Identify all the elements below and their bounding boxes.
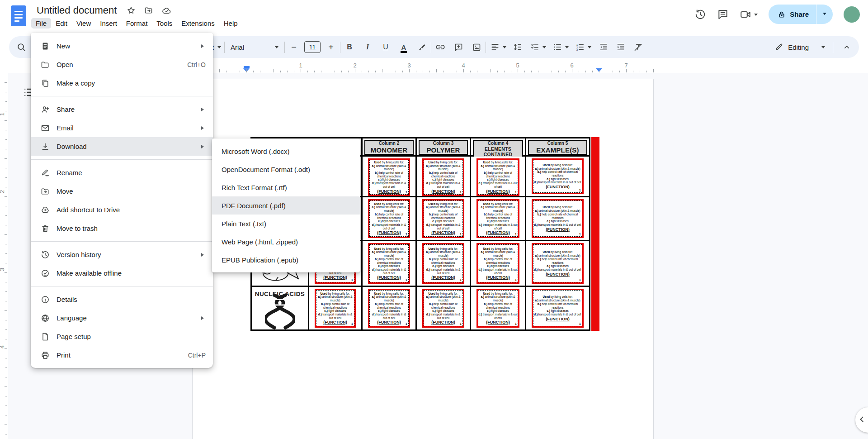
ruler-number: 5 xyxy=(516,62,519,69)
submenu-item-pdf-document-pdf[interactable]: PDF Document (.pdf) xyxy=(212,196,360,215)
video-call-dropdown-icon[interactable] xyxy=(754,14,758,18)
submenu-arrow-icon xyxy=(201,126,206,130)
submenu-item-web-page-html-zipped[interactable]: Web Page (.html, zipped) xyxy=(212,233,360,251)
clear-formatting-icon[interactable] xyxy=(632,41,644,53)
menu-item-move[interactable]: Move xyxy=(31,182,213,200)
menubar-item-insert[interactable]: Insert xyxy=(95,18,122,29)
document-title[interactable]: Untitled document xyxy=(35,4,118,17)
mode-dropdown-icon xyxy=(821,46,825,50)
decrease-indent-icon[interactable] xyxy=(598,41,609,53)
underline-icon[interactable]: U xyxy=(380,41,392,53)
submenu-item-rich-text-format-rtf[interactable]: Rich Text Format (.rtf) xyxy=(212,178,360,196)
menu-item-label: Page setup xyxy=(57,333,206,340)
function-cell: Used by living cells for:a.) animal stru… xyxy=(315,289,356,328)
increase-indent-icon[interactable] xyxy=(615,41,627,53)
menu-item-label: New xyxy=(57,42,198,50)
font-selector[interactable]: Arial xyxy=(228,43,281,51)
table-header-cell: Column 4ELEMENTS CONTAINED xyxy=(471,138,525,155)
increase-font-size-icon[interactable]: + xyxy=(325,41,337,53)
menubar-item-file[interactable]: File xyxy=(31,18,51,29)
menu-item-make-a-copy[interactable]: Make a copy xyxy=(31,74,213,92)
drive-shortcut-icon xyxy=(41,205,50,215)
menubar-item-extensions[interactable]: Extensions xyxy=(177,18,219,29)
menu-item-email[interactable]: Email xyxy=(31,119,213,137)
video-call-icon[interactable] xyxy=(740,9,751,20)
submenu-item-plain-text-txt[interactable]: Plain Text (.txt) xyxy=(212,215,360,233)
hide-menus-icon[interactable] xyxy=(841,41,853,53)
google-docs-logo-icon[interactable] xyxy=(11,5,26,26)
menubar-item-format[interactable]: Format xyxy=(122,18,152,29)
menu-item-details[interactable]: Details xyxy=(31,290,213,309)
menu-item-open[interactable]: OpenCtrl+O xyxy=(31,55,213,74)
menu-item-label: Download xyxy=(57,143,198,150)
function-label: (FUNCTION) xyxy=(424,320,462,324)
menu-item-share[interactable]: Share xyxy=(31,100,213,119)
ruler-number: 2 xyxy=(0,190,5,193)
menu-item-move-to-trash[interactable]: Move to trash xyxy=(31,219,213,238)
align-dropdown-icon[interactable] xyxy=(503,46,506,50)
version-history-icon[interactable] xyxy=(694,9,706,20)
highlight-color-icon[interactable] xyxy=(416,41,428,53)
menu-item-new[interactable]: New xyxy=(31,37,213,55)
decrease-font-size-icon[interactable]: − xyxy=(288,41,300,53)
checklist-dropdown-icon[interactable] xyxy=(542,46,546,50)
share-button[interactable]: Share xyxy=(769,5,833,24)
menu-item-version-history[interactable]: Version history xyxy=(31,245,213,264)
add-comment-icon[interactable] xyxy=(453,41,464,53)
cell-number: 1 xyxy=(351,278,353,282)
ruler-number: 1 xyxy=(0,113,5,116)
numbered-list-dropdown-icon[interactable] xyxy=(588,46,591,50)
align-icon[interactable] xyxy=(489,41,501,53)
menubar-item-help[interactable]: Help xyxy=(219,18,242,29)
submenu-item-opendocument-format-odt[interactable]: OpenDocument Format (.odt) xyxy=(212,160,360,178)
function-cell: Used by living cells for:a.) animal stru… xyxy=(368,243,410,284)
function-label: (FUNCTION) xyxy=(533,272,582,277)
star-icon[interactable] xyxy=(126,5,136,15)
menu-item-make-available-offline[interactable]: Make available offline xyxy=(31,264,213,282)
first-line-indent-marker[interactable] xyxy=(244,66,250,68)
menubar-item-edit[interactable]: Edit xyxy=(51,18,72,29)
menubar-item-tools[interactable]: Tools xyxy=(152,18,177,29)
line-spacing-icon[interactable] xyxy=(512,41,524,53)
checklist-icon[interactable] xyxy=(529,41,541,53)
menubar-item-view[interactable]: View xyxy=(72,18,95,29)
function-cell: Used by living cells for:a.) animal stru… xyxy=(368,289,410,328)
function-label: (FUNCTION) xyxy=(533,185,582,189)
function-label: (FUNCTION) xyxy=(424,275,462,280)
account-avatar[interactable] xyxy=(844,6,860,23)
editing-mode-selector[interactable]: Editing xyxy=(774,43,825,52)
move-folder-icon[interactable] xyxy=(144,5,154,15)
offline-icon xyxy=(41,269,50,278)
share-dropdown-icon[interactable] xyxy=(823,13,826,17)
bulleted-list-icon[interactable] xyxy=(552,41,563,53)
info-icon xyxy=(41,295,50,304)
table-header-cell: Column 3POLYMER xyxy=(417,138,470,155)
insert-link-icon[interactable] xyxy=(434,41,446,53)
download-submenu: Microsoft Word (.docx)OpenDocument Forma… xyxy=(212,138,360,272)
italic-icon[interactable]: I xyxy=(362,41,373,53)
new-document-icon xyxy=(41,42,50,51)
font-size-input[interactable]: 11 xyxy=(304,41,321,53)
menu-item-add-shortcut-to-drive[interactable]: Add shortcut to Drive xyxy=(31,200,213,219)
numbered-list-icon[interactable]: 123 xyxy=(574,41,586,53)
function-label: (FUNCTION) xyxy=(478,230,518,235)
insert-image-icon[interactable] xyxy=(471,41,482,53)
cell-number: 1 xyxy=(460,278,462,282)
menu-item-rename[interactable]: Rename xyxy=(31,163,213,182)
vertical-ruler: 1234 xyxy=(0,73,8,439)
bold-icon[interactable]: B xyxy=(344,41,355,53)
comments-icon[interactable] xyxy=(717,9,729,20)
search-menus-icon[interactable] xyxy=(15,41,27,53)
text-color-icon[interactable]: A xyxy=(398,41,410,53)
cloud-saved-icon[interactable] xyxy=(161,5,171,15)
menu-item-page-setup[interactable]: Page setup xyxy=(31,327,213,346)
function-cell: Used by living cells for:a.) animal stru… xyxy=(532,199,584,238)
ruler-number: 4 xyxy=(0,345,5,348)
menu-item-language[interactable]: Language xyxy=(31,309,213,327)
menu-item-print[interactable]: PrintCtrl+P xyxy=(31,346,213,364)
submenu-item-epub-publication-epub[interactable]: EPUB Publication (.epub) xyxy=(212,251,360,269)
menu-item-download[interactable]: Download xyxy=(31,137,213,156)
submenu-item-microsoft-word-docx[interactable]: Microsoft Word (.docx) xyxy=(212,142,360,160)
bulleted-list-dropdown-icon[interactable] xyxy=(565,46,569,50)
app-header: Untitled document FileEditViewInsertForm… xyxy=(0,0,868,33)
